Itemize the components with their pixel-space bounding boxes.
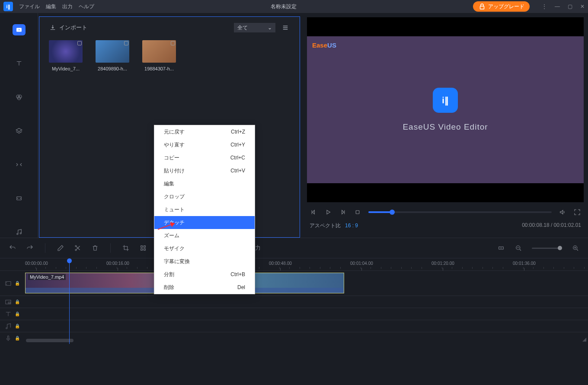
- context-menu-item[interactable]: ミュート: [154, 203, 255, 216]
- media-item[interactable]: 28409890-h...: [96, 40, 129, 71]
- playhead[interactable]: [69, 259, 70, 344]
- zoom-out-button[interactable]: [514, 244, 522, 252]
- preview-brand-logo: EaseUS: [312, 41, 336, 49]
- text-track-icon: [4, 310, 12, 318]
- context-menu-item[interactable]: クロップ: [154, 190, 255, 203]
- sidebar-transitions[interactable]: [13, 159, 26, 170]
- undo-button[interactable]: [9, 244, 16, 252]
- context-menu-item[interactable]: 貼り付けCtrl+V: [154, 164, 255, 177]
- context-menu-label: 元に戻す: [164, 128, 185, 136]
- time-ruler[interactable]: 00:00:00.0000:00:16.0000:00:32.0000:00:4…: [0, 258, 588, 270]
- mosaic-button[interactable]: [139, 244, 147, 252]
- lock-icon[interactable]: 🔒: [15, 281, 20, 286]
- resize-grip[interactable]: ◢: [582, 336, 586, 342]
- preview-title-text: EaseUS Video Editor: [403, 122, 488, 132]
- upgrade-button[interactable]: アップグレード: [473, 1, 530, 12]
- context-menu-item[interactable]: 編集: [154, 177, 255, 190]
- progress-slider[interactable]: [368, 211, 552, 213]
- list-view-toggle[interactable]: [281, 23, 290, 32]
- menu-help[interactable]: ヘルプ: [79, 3, 94, 10]
- redo-button[interactable]: [26, 244, 34, 252]
- svg-point-34: [6, 328, 7, 329]
- context-menu-item[interactable]: ズーム: [154, 229, 255, 242]
- music-track-icon: [4, 322, 12, 330]
- lock-icon[interactable]: 🔒: [15, 336, 20, 340]
- video-track-icon: [4, 280, 12, 287]
- context-menu-item[interactable]: 字幕に変換: [154, 255, 255, 268]
- maximize-button[interactable]: ▢: [568, 3, 572, 10]
- sidebar-filters[interactable]: [13, 92, 26, 103]
- menu-file[interactable]: ファイル: [19, 3, 40, 10]
- crop-button[interactable]: [122, 244, 130, 252]
- media-item[interactable]: MyVideo_7...: [49, 40, 83, 71]
- zoom-in-button[interactable]: [572, 244, 579, 252]
- context-menu-label: ズーム: [164, 232, 179, 239]
- text-track[interactable]: 🔒: [0, 308, 588, 320]
- sidebar-text[interactable]: [13, 58, 26, 69]
- import-label: インポート: [59, 24, 87, 32]
- music-track[interactable]: 🔒: [0, 320, 588, 332]
- more-icon[interactable]: ⋮: [542, 3, 547, 10]
- volume-button[interactable]: [559, 208, 566, 216]
- sidebar-overlays[interactable]: [13, 125, 26, 137]
- lock-icon[interactable]: 🔒: [15, 312, 20, 316]
- clip-name: MyVideo_7.mp4: [28, 274, 66, 280]
- media-item-name: 28409890-h...: [96, 66, 129, 71]
- svg-marker-13: [327, 210, 330, 214]
- svg-point-8: [20, 198, 20, 199]
- context-menu-item[interactable]: やり直すCtrl+Y: [154, 138, 255, 151]
- context-menu-item[interactable]: コピーCtrl+C: [154, 151, 255, 164]
- minimize-button[interactable]: —: [555, 3, 560, 10]
- pip-track-icon: [4, 298, 12, 306]
- zoom-slider[interactable]: [532, 248, 562, 249]
- timeline: 00:00:00.0000:00:16.0000:00:32.0000:00:4…: [0, 258, 588, 344]
- context-menu-label: 貼り付け: [164, 167, 185, 175]
- mic-track-icon: [4, 334, 12, 342]
- svg-rect-20: [144, 246, 146, 248]
- next-frame-button[interactable]: [339, 208, 347, 216]
- stop-button[interactable]: [354, 208, 361, 216]
- context-menu-label: 字幕に変換: [164, 258, 190, 265]
- split-button[interactable]: [74, 244, 82, 252]
- fullscreen-button[interactable]: [573, 208, 581, 216]
- video-track[interactable]: 🔒 MyVideo_7.mp4: [0, 270, 588, 296]
- context-menu-item[interactable]: デタッチ: [154, 216, 255, 229]
- horizontal-scrollbar[interactable]: [26, 339, 576, 342]
- media-item[interactable]: 19884307-h...: [142, 40, 176, 71]
- context-menu-label: ミュート: [164, 206, 185, 213]
- context-menu-item[interactable]: 元に戻すCtrl+Z: [154, 125, 255, 138]
- context-menu-label: コピー: [164, 154, 179, 162]
- close-button[interactable]: ✕: [580, 3, 585, 10]
- media-item-name: 19884307-h...: [142, 66, 176, 71]
- hd-badge-icon: [124, 41, 128, 45]
- preview-panel: EaseUS i‖ EaseUS Video Editor アスペクト比 16 …: [303, 13, 588, 238]
- pip-track[interactable]: 🔒: [0, 296, 588, 308]
- fit-button[interactable]: [497, 244, 505, 252]
- preview-controls: [307, 202, 584, 219]
- play-button[interactable]: [324, 208, 332, 216]
- edit-tool-button[interactable]: [57, 244, 64, 252]
- list-icon: [281, 24, 289, 32]
- svg-point-9: [16, 233, 18, 235]
- context-menu-item[interactable]: 削除Del: [154, 281, 255, 294]
- media-thumbnails: MyVideo_7... 28409890-h... 19884307-h...: [39, 38, 300, 73]
- import-button[interactable]: インポート: [49, 24, 87, 32]
- sidebar-elements[interactable]: [13, 193, 26, 204]
- context-menu-item[interactable]: 分割Ctrl+B: [154, 268, 255, 281]
- preview-app-icon: i‖: [433, 88, 458, 113]
- context-menu-item[interactable]: モザイク: [154, 242, 255, 255]
- filter-dropdown[interactable]: 全て ⌄: [234, 23, 275, 32]
- context-menu-shortcut: Ctrl+V: [230, 168, 245, 174]
- context-menu-label: 削除: [164, 284, 174, 291]
- menu-output[interactable]: 出力: [62, 3, 73, 10]
- lock-icon[interactable]: 🔒: [15, 299, 20, 304]
- lock-icon[interactable]: 🔒: [15, 324, 20, 328]
- video-preview: EaseUS i‖ EaseUS Video Editor: [307, 17, 584, 202]
- context-menu-label: モザイク: [164, 245, 185, 252]
- delete-button[interactable]: [91, 244, 99, 252]
- prev-frame-button[interactable]: [310, 208, 317, 216]
- menu-edit[interactable]: 編集: [46, 3, 56, 10]
- sidebar-media[interactable]: [13, 24, 26, 35]
- sidebar-music[interactable]: [13, 226, 26, 238]
- aspect-value[interactable]: 16 : 9: [345, 223, 358, 229]
